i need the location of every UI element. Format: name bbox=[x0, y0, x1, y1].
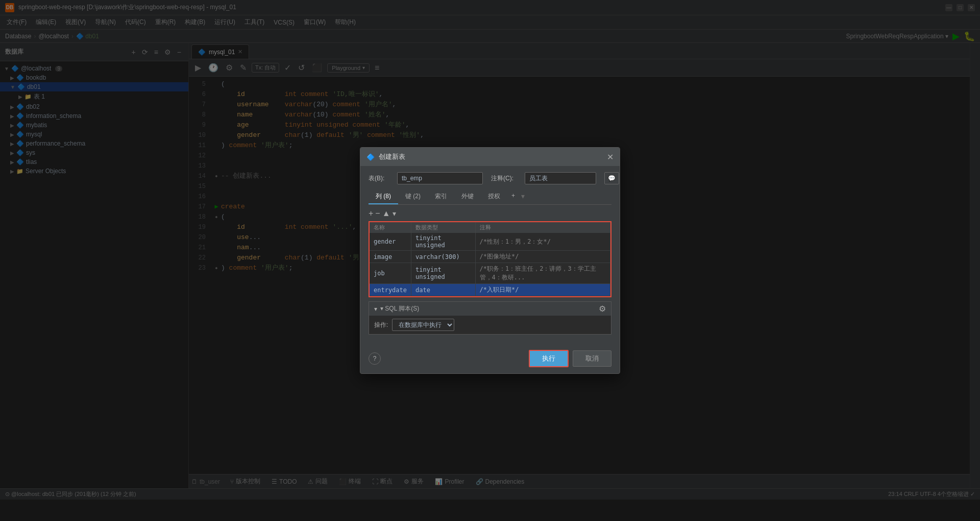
modal-tab-indexes[interactable]: 索引 bbox=[428, 190, 454, 204]
col-name: gender bbox=[370, 233, 411, 251]
col-comment: /*图像地址*/ bbox=[475, 251, 610, 263]
remove-column-button[interactable]: − bbox=[375, 209, 380, 218]
column-menu-button[interactable]: ▾ bbox=[393, 209, 396, 218]
move-up-button[interactable]: ▲ bbox=[382, 209, 390, 218]
col-comment: /*性别：1：男，2：女*/ bbox=[475, 233, 610, 251]
table-name-input[interactable] bbox=[397, 172, 483, 184]
sql-section-title: ▾ ▾ SQL 脚本(S) bbox=[374, 304, 419, 313]
sql-section-arrow: ▾ bbox=[374, 305, 377, 313]
table-row[interactable]: entrydate date /*入职日期*/ bbox=[370, 284, 610, 296]
table-row[interactable]: gender tinyint unsigned /*性别：1：男，2：女*/ bbox=[370, 233, 610, 251]
modal-body: 表(B): 注释(C): 💬 列 (8) 键 (2) 索引 外键 授权 + ▾ … bbox=[360, 166, 620, 346]
help-button[interactable]: ? bbox=[369, 352, 381, 365]
col-type: tinyint unsigned bbox=[411, 233, 476, 251]
columns-table: 名称 数据类型 注释 gender tinyint unsigned /*性别：… bbox=[370, 222, 610, 296]
column-toolbar: + − ▲ ▾ bbox=[369, 209, 611, 218]
modal-tab-chevron: ▾ bbox=[519, 190, 527, 204]
table-label: 表(B): bbox=[369, 174, 389, 183]
table-name-row: 表(B): 注释(C): 💬 bbox=[369, 172, 611, 184]
sql-ops-row: 操作: 在数据库中执行 生成SQL文件 复制到剪贴板 bbox=[369, 316, 611, 334]
cancel-button[interactable]: 取消 bbox=[573, 350, 611, 367]
ops-select[interactable]: 在数据库中执行 生成SQL文件 复制到剪贴板 bbox=[392, 319, 454, 331]
modal-overlay: 🔷 创建新表 ✕ 表(B): 注释(C): 💬 列 (8) 键 (2) 索引 外… bbox=[0, 0, 980, 521]
col-header-comment: 注释 bbox=[475, 222, 610, 233]
col-name: image bbox=[370, 251, 411, 263]
col-name: job bbox=[370, 263, 411, 284]
sql-section-header[interactable]: ▾ ▾ SQL 脚本(S) ⚙ bbox=[369, 302, 611, 316]
col-comment: /*入职日期*/ bbox=[475, 284, 610, 296]
modal-footer: ? 执行 取消 bbox=[360, 346, 620, 373]
col-type: varchar(300) bbox=[411, 251, 476, 263]
modal-tab-columns[interactable]: 列 (8) bbox=[369, 190, 398, 204]
sql-section-label: ▾ SQL 脚本(S) bbox=[380, 304, 419, 313]
comment-expand-button[interactable]: 💬 bbox=[604, 172, 619, 184]
table-row[interactable]: image varchar(300) /*图像地址*/ bbox=[370, 251, 610, 263]
modal-tab-grants[interactable]: 授权 bbox=[481, 190, 507, 204]
add-column-button[interactable]: + bbox=[369, 209, 373, 218]
create-table-dialog: 🔷 创建新表 ✕ 表(B): 注释(C): 💬 列 (8) 键 (2) 索引 外… bbox=[360, 147, 620, 374]
modal-icon: 🔷 bbox=[366, 153, 375, 161]
table-row[interactable]: job tinyint unsigned /*职务：1：班主任，2：讲师，3：学… bbox=[370, 263, 610, 284]
col-header-name: 名称 bbox=[370, 222, 411, 233]
comment-label: 注释(C): bbox=[491, 174, 517, 183]
ops-label: 操作: bbox=[374, 321, 388, 329]
columns-table-container: 名称 数据类型 注释 gender tinyint unsigned /*性别：… bbox=[369, 221, 611, 297]
sql-settings-button[interactable]: ⚙ bbox=[599, 304, 606, 314]
col-type: tinyint unsigned bbox=[411, 263, 476, 284]
modal-tab-add[interactable]: + bbox=[507, 190, 519, 204]
comment-input[interactable] bbox=[525, 172, 596, 184]
col-type: date bbox=[411, 284, 476, 296]
sql-script-section: ▾ ▾ SQL 脚本(S) ⚙ 操作: 在数据库中执行 生成SQL文件 复制到剪… bbox=[369, 301, 611, 335]
modal-tab-keys[interactable]: 键 (2) bbox=[398, 190, 428, 204]
col-header-type: 数据类型 bbox=[411, 222, 476, 233]
modal-tabs: 列 (8) 键 (2) 索引 外键 授权 + ▾ bbox=[369, 190, 611, 205]
modal-header: 🔷 创建新表 ✕ bbox=[360, 148, 620, 166]
execute-button[interactable]: 执行 bbox=[529, 350, 569, 367]
modal-title-text: 创建新表 bbox=[379, 152, 405, 161]
modal-close-button[interactable]: ✕ bbox=[607, 152, 614, 162]
col-name: entrydate bbox=[370, 284, 411, 296]
col-comment: /*职务：1：班主任，2：讲师，3：学工主管，4：教研... bbox=[475, 263, 610, 284]
modal-title: 🔷 创建新表 bbox=[366, 152, 405, 161]
modal-tab-foreign-keys[interactable]: 外键 bbox=[454, 190, 481, 204]
